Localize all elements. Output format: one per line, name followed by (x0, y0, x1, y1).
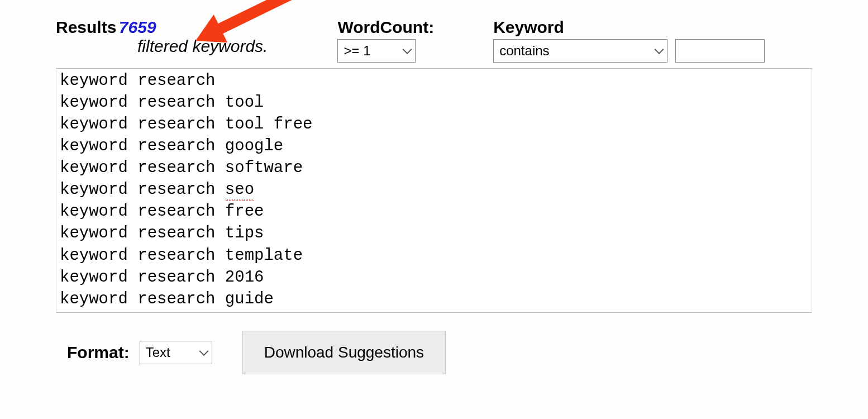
keywords-results-box[interactable]: keyword researchkeyword research toolkey… (56, 68, 812, 313)
results-label: Results (56, 18, 116, 36)
keyword-line: keyword research template (60, 245, 808, 266)
wordcount-selected-value: >= 1 (344, 43, 370, 58)
download-suggestions-button[interactable]: Download Suggestions (242, 331, 446, 374)
wordcount-select[interactable]: >= 1 (337, 39, 416, 63)
keyword-input[interactable] (675, 39, 765, 63)
keyword-line: keyword research guide (60, 288, 808, 310)
footer-controls: Format: Text Download Suggestions (56, 331, 812, 374)
keyword-line: keyword research google (60, 135, 808, 157)
keyword-line: keyword research 2016 (60, 266, 808, 288)
keyword-filter: Keyword contains (493, 17, 765, 63)
results-summary: Results 7659 filtered keywords. (56, 17, 268, 56)
keyword-line: keyword research seo (60, 179, 808, 201)
keyword-line: keyword research (60, 70, 808, 92)
filter-bar: Results 7659 filtered keywords. WordCoun… (56, 17, 812, 63)
keyword-line: keyword research tips (60, 222, 808, 244)
keyword-line: keyword research software (60, 157, 808, 179)
keyword-line: keyword research tool free (60, 113, 808, 135)
results-count: 7659 (119, 18, 156, 36)
keyword-label: Keyword (493, 17, 765, 38)
spellcheck-word: seo (225, 179, 254, 201)
filtered-keywords-text: filtered keywords. (137, 37, 268, 56)
keyword-mode-select[interactable]: contains (493, 39, 667, 63)
keyword-line: keyword research free (60, 201, 808, 222)
format-label: Format: (67, 342, 130, 363)
keyword-line: keyword research tool (60, 92, 808, 113)
wordcount-filter: WordCount: >= 1 (337, 17, 434, 63)
format-select[interactable]: Text (140, 341, 212, 364)
wordcount-label: WordCount: (337, 17, 434, 38)
keyword-mode-selected-value: contains (499, 43, 549, 58)
download-button-label: Download Suggestions (264, 344, 424, 361)
format-selected-value: Text (146, 345, 170, 360)
